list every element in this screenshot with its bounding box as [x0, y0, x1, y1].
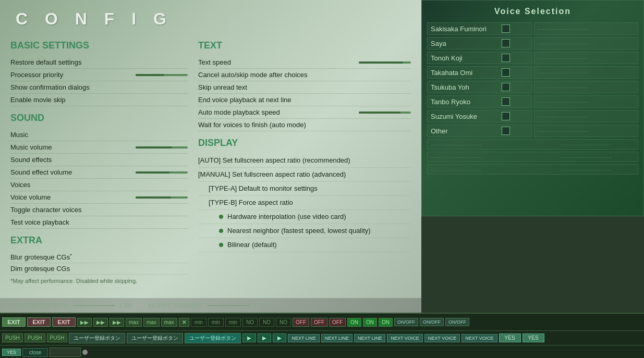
voice-checkbox-tanbo[interactable] — [502, 97, 510, 106]
min-button-1[interactable]: min — [191, 318, 206, 327]
setting-sound-effects[interactable]: Sound effects — [10, 154, 188, 166]
processor-priority-slider[interactable] — [136, 74, 188, 76]
text-title: TEXT — [198, 40, 411, 52]
ff-button-2[interactable]: ▶▶ — [93, 318, 108, 327]
sound-effect-volume-slider[interactable] — [136, 171, 188, 174]
min-button-3[interactable]: min — [225, 318, 241, 327]
on-button-3[interactable]: ON — [379, 318, 393, 327]
setting-nearest-neighbor[interactable]: Nearest neighbor (fastest speed, lowest … — [198, 224, 411, 238]
setting-manual-aspect[interactable]: [MANUAL] Set fullscreen aspect ratio (ad… — [198, 168, 411, 182]
next-voice-button-3[interactable]: NEXT VOICE — [461, 334, 497, 342]
setting-test-voice-playback[interactable]: Test voice playback — [10, 216, 188, 229]
voice-checkbox-sakisaka[interactable] — [502, 24, 510, 33]
max-button-2[interactable]: max — [143, 318, 160, 327]
voice-row-tanbo[interactable]: Tanbo Ryoko — [427, 95, 532, 108]
yes-button-2[interactable]: YES — [523, 334, 544, 342]
off-button-1[interactable]: OFF — [293, 318, 309, 327]
setting-wait-for-voices[interactable]: Wait for voices to finish (auto mode) — [198, 119, 411, 131]
push-button-3[interactable]: PUSH — [47, 334, 68, 342]
voice-row-suzumi[interactable]: Suzumi Yosuke — [427, 110, 532, 122]
voice-checkbox-other[interactable] — [502, 127, 510, 135]
on-button-1[interactable]: ON — [347, 318, 361, 327]
voice-extra-dashes-3: --------------------- ------------------… — [427, 164, 638, 175]
exit-button-3[interactable]: EXIT — [52, 317, 76, 327]
exit-button-2[interactable]: EXIT — [27, 317, 51, 327]
indicator-dot — [82, 350, 88, 355]
next-voice-button-2[interactable]: NEXT VOICE — [424, 334, 460, 342]
setting-bilinear[interactable]: Bilinear (default) — [198, 238, 411, 252]
voice-checkbox-tonoh[interactable] — [502, 54, 510, 62]
voice-row-takahata[interactable]: Takahata Omi — [427, 66, 532, 79]
setting-hardware-interp[interactable]: Hardware interpolation (use video card) — [198, 210, 411, 224]
next-line-button-1[interactable]: NEXT LINE — [288, 334, 319, 342]
toolbar-row-3: YES close — [0, 345, 644, 358]
setting-skip-unread[interactable]: Skip unread text — [198, 81, 411, 94]
max-button-3[interactable]: max — [161, 318, 177, 327]
setting-music[interactable]: Music — [10, 129, 188, 141]
no-button-1[interactable]: NO — [242, 318, 258, 327]
voice-row-sakisaka[interactable]: Sakisaka Fuminori — [427, 22, 532, 35]
ff-button-1[interactable]: ▶▶ — [77, 318, 92, 327]
setting-show-confirmation[interactable]: Show confirmation dialogs — [10, 81, 188, 94]
setting-type-a[interactable]: [TYPE-A] Default to monitor settings — [198, 182, 411, 196]
off-button-3[interactable]: OFF — [329, 318, 346, 327]
setting-cancel-auto-skip[interactable]: Cancel auto/skip mode after choices — [198, 69, 411, 81]
text-speed-slider[interactable] — [359, 61, 411, 64]
jp-button-3[interactable]: ユーザー登録ボタン — [185, 333, 241, 343]
play-button-2[interactable]: ▶ — [258, 334, 271, 342]
system-version-label: SYSTEM VERSION — [10, 302, 69, 308]
voice-checkbox-takahata[interactable] — [502, 68, 510, 77]
setting-dim-cgs[interactable]: Dim grotesque CGs — [10, 263, 188, 275]
setting-toggle-character-voices[interactable]: Toggle character voices — [10, 204, 188, 216]
music-volume-slider[interactable] — [136, 146, 188, 149]
next-voice-button-1[interactable]: NEXT VOICE — [387, 334, 422, 342]
off-button-2[interactable]: OFF — [311, 318, 327, 327]
play-button-1[interactable]: ▶ — [242, 334, 256, 342]
input-field[interactable] — [50, 348, 81, 357]
setting-restore-defaults[interactable]: Restore default settings — [10, 56, 188, 69]
ff-button-3[interactable]: ▶▶ — [110, 318, 124, 327]
play-button-3[interactable]: ▶ — [273, 334, 286, 342]
no-button-2[interactable]: NO — [259, 318, 274, 327]
yes-button-1[interactable]: YES — [499, 334, 521, 342]
onoff-button-3[interactable]: ON/OFF — [445, 318, 469, 326]
voice-row-tonoh[interactable]: Tonoh Koji — [427, 52, 532, 64]
voice-dashes-tonoh: --------------------- — [534, 52, 639, 64]
voice-checkbox-tsukuba[interactable] — [502, 83, 510, 91]
voice-selection-title: Voice Selection — [422, 1, 643, 22]
push-button-2[interactable]: PUSH — [25, 334, 45, 342]
next-line-button-3[interactable]: NEXT LINE — [354, 334, 385, 342]
setting-end-voice-playback[interactable]: End voice playback at next line — [198, 94, 411, 106]
voice-row-saya[interactable]: Saya — [427, 37, 532, 50]
voice-checkbox-suzumi[interactable] — [502, 112, 510, 120]
voice-checkbox-saya[interactable] — [502, 39, 510, 47]
auto-mode-speed-slider[interactable] — [359, 112, 411, 114]
onoff-button-1[interactable]: ON/OFF — [394, 318, 418, 326]
min-button-2[interactable]: min — [208, 318, 224, 327]
setting-blur-cgs[interactable]: Blur grotesque CGs* — [10, 251, 188, 263]
setting-auto-aspect[interactable]: [AUTO] Set fullscreen aspect ratio (reco… — [198, 154, 411, 168]
extra-title: EXTRA — [10, 235, 188, 247]
jp-button-1[interactable]: ユーザー登録ボタン — [69, 333, 125, 343]
yes-bottom-button[interactable]: YES — [2, 349, 21, 356]
max-button-1[interactable]: max — [126, 318, 142, 327]
setting-type-b[interactable]: [TYPE-B] Force aspect ratio — [198, 196, 411, 210]
config-panel: C O N F I G BASIC SETTINGS Restore defau… — [0, 0, 421, 313]
voice-volume-slider[interactable] — [136, 196, 188, 199]
voice-row-tsukuba[interactable]: Tsukuba Yoh — [427, 81, 532, 93]
next-line-button-2[interactable]: NEXT LINE — [321, 334, 353, 342]
setting-enable-movie-skip[interactable]: Enable movie skip — [10, 94, 188, 106]
exit-button-1[interactable]: EXIT — [2, 317, 26, 327]
onoff-button-2[interactable]: ON/OFF — [420, 318, 444, 326]
on-button-2[interactable]: ON — [363, 318, 377, 327]
setting-sound-effect-volume: Sound effect volume — [10, 166, 188, 179]
close-button[interactable]: close — [22, 348, 48, 357]
no-button-3[interactable]: NO — [276, 318, 291, 327]
extra-note: *May affect performance. Disabled while … — [10, 278, 188, 284]
push-button-1[interactable]: PUSH — [2, 334, 23, 342]
x-button[interactable]: ✕ — [179, 318, 189, 327]
setting-voices[interactable]: Voices — [10, 179, 188, 191]
jp-button-2[interactable]: ユーザー登録ボタン — [127, 333, 183, 343]
voice-row-other[interactable]: Other — [427, 125, 532, 137]
right-panel: TEXT Text speed Cancel auto/skip mode af… — [198, 34, 411, 284]
